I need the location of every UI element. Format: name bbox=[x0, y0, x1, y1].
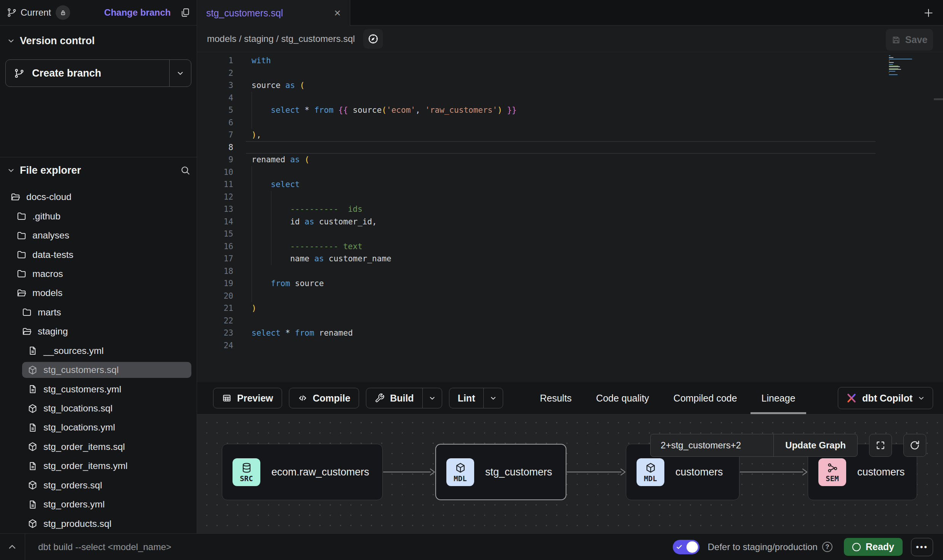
node-type-badge: SRC bbox=[233, 458, 260, 486]
tab-lineage[interactable]: Lineage bbox=[762, 382, 795, 414]
fullscreen-icon bbox=[875, 440, 886, 451]
scrollbar-cursor-marker[interactable] bbox=[934, 98, 943, 100]
code-line-7[interactable]: 7), bbox=[197, 129, 943, 141]
preview-button[interactable]: Preview bbox=[213, 388, 282, 408]
code-line-24[interactable]: 24 bbox=[197, 339, 943, 352]
code-line-11[interactable]: 11 select bbox=[197, 178, 943, 191]
ready-status-button[interactable]: Ready bbox=[844, 538, 903, 556]
code-line-6[interactable]: 6 bbox=[197, 117, 943, 129]
tree-item-docs-cloud[interactable]: docs-cloud bbox=[0, 187, 197, 206]
refresh-button[interactable] bbox=[903, 434, 926, 457]
sidebar: Current Change branch Version control Cr… bbox=[0, 0, 197, 533]
tree-item-label: stg_customers.yml bbox=[43, 384, 121, 395]
line-number: 20 bbox=[197, 291, 233, 301]
tab-results[interactable]: Results bbox=[540, 382, 571, 414]
tree-item-stg-orders-sql[interactable]: stg_orders.sql bbox=[0, 476, 197, 495]
lint-label: Lint bbox=[458, 393, 475, 404]
tree-item--github[interactable]: .github bbox=[0, 206, 197, 226]
tree-item-stg-customers-sql[interactable]: stg_customers.sql bbox=[0, 360, 197, 379]
build-button[interactable]: Build bbox=[366, 388, 442, 408]
fullscreen-button[interactable] bbox=[869, 434, 892, 457]
lineage-panel[interactable]: SRCecom.raw_customersMDLstg_customersMDL… bbox=[197, 414, 943, 533]
chevron-down-icon bbox=[917, 394, 925, 402]
command-input[interactable]: dbt build --select <model_name> bbox=[38, 542, 172, 552]
code-line-1[interactable]: 1with bbox=[197, 54, 943, 67]
file-explorer-header[interactable]: File explorer bbox=[0, 160, 197, 181]
copilot-compass-button[interactable] bbox=[363, 29, 383, 49]
tree-item--sources-yml[interactable]: __sources.yml bbox=[0, 341, 197, 360]
copy-icon[interactable] bbox=[180, 7, 191, 18]
code-line-8[interactable]: 8 bbox=[197, 141, 943, 154]
code-line-15[interactable]: 15 bbox=[197, 228, 943, 240]
code-line-18[interactable]: 18 bbox=[197, 265, 943, 278]
update-graph-button[interactable]: Update Graph bbox=[774, 440, 857, 451]
create-branch-dropdown[interactable] bbox=[170, 60, 191, 86]
tree-item-label: stg_locations.yml bbox=[43, 422, 115, 433]
code-line-3[interactable]: 3source as ( bbox=[197, 79, 943, 92]
tab-stg-customers[interactable]: stg_customers.sql × bbox=[197, 0, 350, 26]
create-branch-button[interactable]: Create branch bbox=[5, 59, 191, 87]
tree-item-stg-locations-yml[interactable]: stg_locations.yml bbox=[0, 418, 197, 437]
tree-item-staging[interactable]: staging bbox=[0, 322, 197, 341]
code-text: ), bbox=[252, 130, 261, 139]
search-icon[interactable] bbox=[180, 165, 191, 176]
code-editor[interactable]: 1with23source as (45 select * from {{ so… bbox=[197, 52, 943, 382]
line-number: 23 bbox=[197, 328, 233, 338]
tree-item-label: stg_products.sql bbox=[43, 518, 111, 529]
code-line-22[interactable]: 22 bbox=[197, 315, 943, 327]
tree-item-analyses[interactable]: analyses bbox=[0, 226, 197, 245]
code-line-12[interactable]: 12 bbox=[197, 191, 943, 203]
tree-item-models[interactable]: models bbox=[0, 283, 197, 302]
chevron-up-icon[interactable] bbox=[7, 542, 18, 552]
file-doc-icon bbox=[27, 422, 38, 433]
lint-dropdown[interactable] bbox=[484, 388, 503, 408]
tree-item-label: stg_customers.sql bbox=[43, 365, 119, 375]
help-icon[interactable]: ? bbox=[822, 542, 832, 552]
code-line-19[interactable]: 19 from source bbox=[197, 277, 943, 290]
breadcrumb-bar: models / staging / stg_customers.sql Sav… bbox=[197, 26, 943, 52]
close-icon[interactable]: × bbox=[334, 7, 341, 19]
minimap[interactable] bbox=[889, 55, 934, 76]
code-line-21[interactable]: 21) bbox=[197, 302, 943, 315]
tree-item-stg-order-items-sql[interactable]: stg_order_items.sql bbox=[0, 437, 197, 456]
code-line-13[interactable]: 13 ---------- ids bbox=[197, 203, 943, 216]
tab-compiled-code[interactable]: Compiled code bbox=[674, 382, 737, 414]
tree-item-stg-locations-sql[interactable]: stg_locations.sql bbox=[0, 399, 197, 418]
build-dropdown[interactable] bbox=[423, 388, 442, 408]
cube-icon bbox=[645, 462, 656, 474]
tree-item-macros[interactable]: macros bbox=[0, 264, 197, 283]
code-line-9[interactable]: 9renamed as ( bbox=[197, 154, 943, 166]
change-branch-link[interactable]: Change branch bbox=[104, 7, 171, 18]
code-line-10[interactable]: 10 bbox=[197, 166, 943, 179]
tree-item-stg-products-sql[interactable]: stg_products.sql bbox=[0, 514, 197, 533]
dbt-copilot-button[interactable]: dbt Copilot bbox=[838, 387, 933, 409]
line-number: 14 bbox=[197, 217, 233, 226]
defer-toggle[interactable] bbox=[673, 540, 699, 554]
chevron-down-icon bbox=[7, 37, 15, 45]
compile-label: Compile bbox=[313, 393, 351, 404]
save-button[interactable]: Save bbox=[886, 29, 933, 51]
code-line-2[interactable]: 2 bbox=[197, 67, 943, 80]
code-line-4[interactable]: 4 bbox=[197, 92, 943, 104]
code-line-14[interactable]: 14 id as customer_id, bbox=[197, 216, 943, 228]
tree-item-stg-orders-yml[interactable]: stg_orders.yml bbox=[0, 495, 197, 514]
tree-item-stg-customers-yml[interactable]: stg_customers.yml bbox=[0, 379, 197, 398]
lineage-node-ecom-raw-customers[interactable]: SRCecom.raw_customers bbox=[222, 444, 383, 500]
toggle-knob bbox=[686, 541, 698, 553]
code-line-23[interactable]: 23select * from renamed bbox=[197, 327, 943, 339]
new-tab-button[interactable] bbox=[922, 7, 935, 19]
lint-button[interactable]: Lint bbox=[449, 388, 504, 408]
lineage-filter-input[interactable]: 2+stg_customers+2 bbox=[651, 440, 773, 451]
code-line-5[interactable]: 5 select * from {{ source('ecom', 'raw_c… bbox=[197, 104, 943, 117]
code-line-17[interactable]: 17 name as customer_name bbox=[197, 253, 943, 265]
tree-item-stg-order-items-yml[interactable]: stg_order_items.yml bbox=[0, 456, 197, 475]
version-control-header[interactable]: Version control bbox=[0, 30, 197, 51]
compile-button[interactable]: Compile bbox=[289, 388, 359, 408]
code-line-16[interactable]: 16 ---------- text bbox=[197, 240, 943, 253]
code-line-20[interactable]: 20 bbox=[197, 290, 943, 302]
tab-code-quality[interactable]: Code quality bbox=[596, 382, 649, 414]
tree-item-data-tests[interactable]: data-tests bbox=[0, 245, 197, 264]
lineage-node-stg-customers[interactable]: MDLstg_customers bbox=[435, 444, 566, 500]
tree-item-marts[interactable]: marts bbox=[0, 303, 197, 322]
more-menu-button[interactable]: ••• bbox=[911, 538, 933, 556]
